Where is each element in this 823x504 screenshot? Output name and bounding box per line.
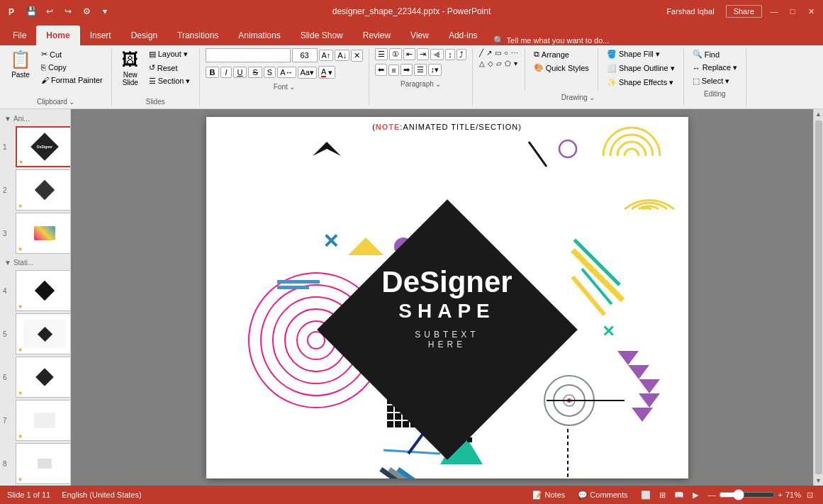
layout-button[interactable]: ▤ Layout ▾ (146, 48, 194, 60)
section-collapse-icon-2[interactable]: ▼ (4, 259, 11, 267)
format-painter-button[interactable]: 🖌 Format Painter (38, 74, 106, 86)
shape-rect[interactable]: ▭ (494, 48, 502, 57)
shape-outline-button[interactable]: ⬜ Shape Outline ▾ (604, 62, 678, 74)
section-label-1[interactable]: ▼ Ani... (3, 112, 67, 124)
decrease-font-button[interactable]: A↓ (335, 50, 349, 61)
zoom-slider[interactable] (719, 489, 776, 500)
slide-thumb-5[interactable]: ★ (16, 313, 71, 354)
increase-indent-button[interactable]: ⇥ (417, 48, 429, 60)
shape-oval[interactable]: ○ (503, 48, 509, 57)
replace-button[interactable]: ↔ Replace ▾ (690, 62, 740, 74)
cut-button[interactable]: ✂ Cut (38, 48, 106, 60)
tab-animations[interactable]: Animations (228, 26, 290, 45)
strikethrough-button[interactable]: S (248, 67, 262, 78)
justify-button[interactable]: ☰ (414, 64, 427, 76)
section-label-2[interactable]: ▼ Stati... (3, 256, 67, 268)
underline-button[interactable]: U (233, 67, 247, 78)
paste-button[interactable]: 📋 Paste (6, 48, 35, 80)
zoom-out-icon[interactable]: — (708, 491, 716, 499)
select-button[interactable]: ⬚ Select ▾ (690, 75, 740, 87)
slide-thumb-3[interactable]: ★ (16, 213, 71, 254)
zoom-level[interactable]: 71% (785, 491, 801, 499)
restore-button[interactable]: □ (786, 5, 799, 18)
bold-button[interactable]: B (206, 67, 220, 78)
align-center-button[interactable]: ≡ (388, 65, 398, 76)
slide-canvas[interactable]: (NOTE:ANIMATED TITLE/SECTION) (206, 117, 688, 478)
zoom-in-icon[interactable]: + (778, 491, 783, 499)
align-right-button[interactable]: ➡ (401, 64, 413, 76)
tab-view[interactable]: View (401, 26, 439, 45)
minimize-button[interactable]: — (768, 5, 780, 18)
arrange-button[interactable]: ⧉ Arrange (531, 48, 592, 60)
canvas-area[interactable]: (NOTE:ANIMATED TITLE/SECTION) (71, 109, 823, 486)
shape-line[interactable]: ╱ (478, 48, 484, 57)
customize-qat-button[interactable]: ⚙ (79, 4, 94, 18)
tab-home[interactable]: Home (36, 26, 79, 45)
save-qat-button[interactable]: 💾 (24, 4, 38, 18)
paragraph-expand-icon[interactable]: ⌄ (435, 80, 441, 88)
section-collapse-icon[interactable]: ▼ (4, 115, 11, 123)
clipboard-expand-icon[interactable]: ⌄ (69, 98, 74, 106)
undo-button[interactable]: ↩ (43, 4, 57, 18)
share-button[interactable]: Share (726, 5, 762, 18)
tab-slideshow[interactable]: Slide Show (291, 26, 353, 45)
slide-sorter-button[interactable]: ⊞ (656, 489, 668, 501)
scroll-up-button[interactable]: ▲ (814, 109, 823, 119)
font-color-button[interactable]: A▾ (318, 66, 335, 79)
slide-thumb-7[interactable]: ★ (16, 400, 71, 441)
scroll-down-button[interactable]: ▼ (814, 476, 823, 486)
bullets-button[interactable]: ☰ (375, 48, 388, 60)
quick-styles-button[interactable]: 🎨 Quick Styles (531, 62, 592, 74)
shape-arrow[interactable]: ↗ (486, 48, 493, 57)
drawing-expand-icon[interactable]: ⌄ (589, 94, 595, 101)
scroll-thumb[interactable] (815, 121, 822, 474)
text-direction-button[interactable]: ↕ (445, 49, 455, 60)
shape-parallelogram[interactable]: ▱ (496, 59, 503, 68)
font-expand-icon[interactable]: ⌄ (289, 83, 295, 91)
shadow-button[interactable]: S (264, 67, 276, 78)
clear-format-button[interactable]: ✕ (351, 50, 363, 62)
char-spacing-button[interactable]: A↔ (277, 67, 296, 78)
more-qat-button[interactable]: ▾ (98, 4, 112, 18)
tab-addins[interactable]: Add-ins (439, 26, 488, 45)
right-scrollbar[interactable]: ▲ ▼ (813, 109, 823, 486)
slide-thumb-8[interactable]: ★ (16, 443, 71, 484)
shape-triangle[interactable]: △ (478, 59, 486, 68)
decrease-indent-button[interactable]: ⇤ (403, 48, 415, 60)
new-slide-button[interactable]: 🖼 New Slide (118, 48, 143, 88)
shape-fill-button[interactable]: 🪣 Shape Fill ▾ (604, 48, 678, 60)
shape-expand[interactable]: ▾ (513, 59, 518, 68)
tab-design[interactable]: Design (121, 26, 167, 45)
tab-transitions[interactable]: Transitions (167, 26, 228, 45)
notes-button[interactable]: 📝 Notes (530, 489, 568, 501)
comments-button[interactable]: 💬 Comments (575, 489, 630, 501)
redo-button[interactable]: ↪ (61, 4, 75, 18)
align-left-button[interactable]: ⬅ (375, 64, 387, 76)
font-size-input[interactable]: 63 (292, 48, 318, 62)
shape-effects-button[interactable]: ✨ Shape Effects ▾ (604, 77, 678, 89)
close-button[interactable]: ✕ (805, 5, 817, 18)
reading-view-button[interactable]: 📖 (671, 489, 687, 501)
shape-more[interactable]: ⋯ (510, 48, 519, 57)
fit-to-window-button[interactable]: ⊡ (804, 489, 816, 501)
convert-smartart-button[interactable]: ⤴ (457, 49, 466, 60)
find-button[interactable]: 🔍 Find (690, 48, 740, 60)
tab-file[interactable]: File (3, 26, 36, 45)
slide-thumb-6[interactable]: ★ (16, 357, 71, 398)
numbering-button[interactable]: ① (389, 48, 402, 60)
slide-thumb-2[interactable]: ★ (16, 169, 71, 211)
copy-button[interactable]: ⎘ Copy (38, 62, 106, 73)
font-name-input[interactable] (206, 48, 291, 62)
line-spacing-button[interactable]: ↕▾ (428, 64, 442, 76)
italic-button[interactable]: I (220, 67, 231, 78)
tell-me-bar[interactable]: 🔍 Tell me what you want to do... (493, 35, 610, 45)
normal-view-button[interactable]: ⬜ (638, 489, 654, 501)
tab-review[interactable]: Review (353, 26, 401, 45)
slideshow-button[interactable]: ▶ (690, 489, 701, 501)
increase-font-button[interactable]: A↑ (319, 50, 334, 61)
section-button[interactable]: ☰ Section ▾ (146, 75, 194, 87)
change-case-button[interactable]: Aa▾ (298, 67, 317, 79)
reset-button[interactable]: ↺ Reset (146, 62, 194, 74)
shape-pentagon[interactable]: ⬠ (504, 59, 512, 68)
slide-thumb-4[interactable]: ★ (16, 270, 71, 311)
